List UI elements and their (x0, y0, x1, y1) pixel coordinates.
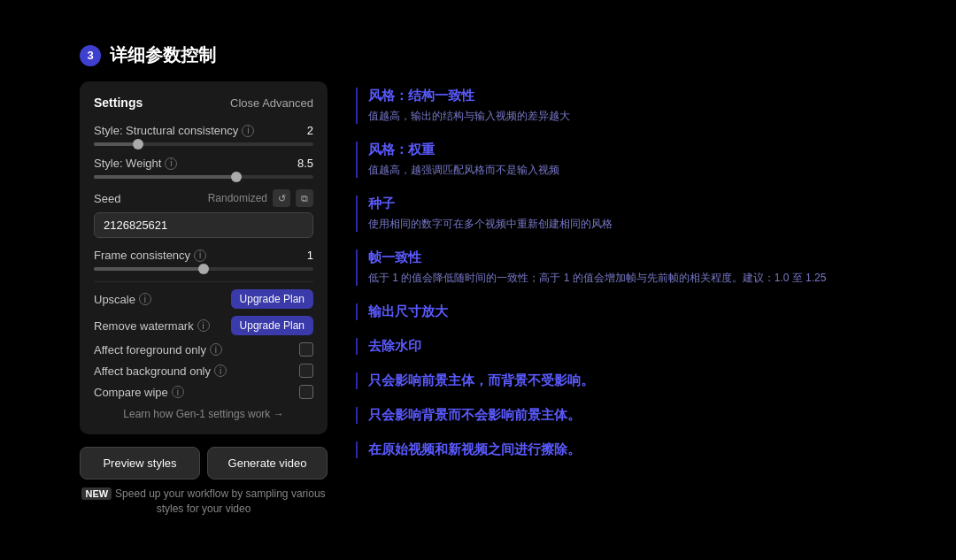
structural-consistency-header: Style: Structural consistency i 2 (94, 124, 313, 137)
upscale-upgrade-button[interactable]: Upgrade Plan (231, 289, 313, 309)
seed-refresh-button[interactable]: ↺ (273, 189, 290, 207)
help-desc-2: 使用相同的数字可在多个视频中重新创建相同的风格 (368, 216, 876, 232)
left-panel: 3 详细参数控制 Settings Close Advanced Style: … (80, 43, 328, 517)
help-title-5: 去除水印 (368, 338, 876, 355)
remove-watermark-info-icon[interactable]: i (197, 319, 210, 332)
section-title: 详细参数控制 (110, 43, 216, 67)
help-item-6: 只会影响前景主体，而背景不受影响。 (356, 372, 876, 389)
help-title-4: 输出尺寸放大 (368, 303, 876, 320)
affect-background-info-icon[interactable]: i (214, 364, 227, 377)
upscale-label: Upscale i (94, 293, 151, 306)
help-desc-1: 值越高，越强调匹配风格而不是输入视频 (368, 162, 876, 178)
new-badge-row: NEWSpeed up your workflow by sampling va… (80, 487, 328, 517)
structural-consistency-thumb[interactable] (133, 139, 143, 150)
new-badge: NEW (81, 487, 112, 500)
remove-watermark-row: Remove watermark i Upgrade Plan (94, 316, 313, 335)
structural-consistency-label: Style: Structural consistency i (94, 124, 254, 137)
seed-row: Seed Randomized ↺ ⧉ (94, 189, 313, 238)
frame-consistency-label: Frame consistency i (94, 249, 206, 262)
settings-label: Settings (94, 96, 143, 110)
affect-background-checkbox[interactable] (299, 364, 313, 378)
weight-header: Style: Weight i 8.5 (94, 157, 313, 170)
generate-video-button[interactable]: Generate video (207, 447, 328, 479)
seed-input[interactable] (94, 212, 313, 238)
weight-slider[interactable] (94, 175, 313, 179)
right-panel: 风格：结构一致性 值越高，输出的结构与输入视频的差异越大 风格：权重 值越高，越… (356, 43, 876, 476)
help-desc-0: 值越高，输出的结构与输入视频的差异越大 (368, 108, 876, 124)
learn-link[interactable]: Learn how Gen-1 settings work → (94, 408, 313, 420)
weight-row: Style: Weight i 8.5 (94, 157, 313, 179)
help-item-7: 只会影响背景而不会影响前景主体。 (356, 407, 876, 424)
compare-wipe-row: Compare wipe i (94, 385, 313, 399)
section-header: 3 详细参数控制 (80, 43, 328, 67)
affect-background-label: Affect background only i (94, 364, 227, 378)
settings-top: Settings Close Advanced (94, 96, 313, 110)
help-title-0: 风格：结构一致性 (368, 88, 876, 104)
frame-consistency-info-icon[interactable]: i (194, 249, 206, 262)
action-buttons-row: Preview styles Generate video (80, 447, 328, 479)
frame-consistency-header: Frame consistency i 1 (94, 249, 313, 262)
seed-label: Seed (94, 192, 120, 205)
compare-wipe-label: Compare wipe i (94, 386, 184, 399)
compare-wipe-checkbox[interactable] (299, 385, 313, 399)
help-item-5: 去除水印 (356, 338, 876, 355)
affect-foreground-label: Affect foreground only i (94, 343, 222, 357)
weight-info-icon[interactable]: i (165, 157, 177, 170)
settings-panel: Settings Close Advanced Style: Structura… (80, 81, 328, 434)
randomized-text: Randomized (208, 192, 267, 204)
close-advanced-button[interactable]: Close Advanced (230, 96, 313, 110)
affect-foreground-row: Affect foreground only i (94, 342, 313, 357)
affect-background-row: Affect background only i (94, 364, 313, 378)
frame-consistency-slider[interactable] (94, 267, 313, 271)
affect-foreground-checkbox[interactable] (299, 342, 313, 357)
remove-watermark-label: Remove watermark i (94, 319, 210, 333)
seed-copy-button[interactable]: ⧉ (296, 189, 313, 207)
frame-consistency-value: 1 (307, 249, 313, 262)
frame-consistency-thumb[interactable] (198, 264, 209, 274)
weight-value: 8.5 (297, 157, 313, 170)
help-title-2: 种子 (368, 196, 876, 212)
help-item-4: 输出尺寸放大 (356, 303, 876, 320)
structural-consistency-info-icon[interactable]: i (242, 125, 254, 137)
help-item-0: 风格：结构一致性 值越高，输出的结构与输入视频的差异越大 (356, 88, 876, 124)
seed-controls: Randomized ↺ ⧉ (208, 189, 313, 207)
structural-consistency-slider[interactable] (94, 142, 313, 146)
help-item-8: 在原始视频和新视频之间进行擦除。 (356, 441, 876, 458)
remove-watermark-upgrade-button[interactable]: Upgrade Plan (231, 316, 313, 335)
help-title-8: 在原始视频和新视频之间进行擦除。 (368, 441, 876, 458)
help-item-2: 种子 使用相同的数字可在多个视频中重新创建相同的风格 (356, 196, 876, 232)
frame-consistency-row: Frame consistency i 1 (94, 249, 313, 271)
help-title-7: 只会影响背景而不会影响前景主体。 (368, 407, 876, 424)
weight-label: Style: Weight i (94, 157, 177, 170)
help-title-1: 风格：权重 (368, 142, 876, 158)
preview-styles-button[interactable]: Preview styles (80, 447, 200, 479)
structural-consistency-row: Style: Structural consistency i 2 (94, 124, 313, 146)
compare-wipe-info-icon[interactable]: i (172, 386, 184, 398)
step-badge: 3 (80, 45, 101, 66)
seed-header: Seed Randomized ↺ ⧉ (94, 189, 313, 207)
help-title-6: 只会影响前景主体，而背景不受影响。 (368, 372, 876, 389)
structural-consistency-value: 2 (307, 124, 313, 137)
new-text: Speed up your workflow by sampling vario… (115, 487, 325, 515)
help-item-1: 风格：权重 值越高，越强调匹配风格而不是输入视频 (356, 142, 876, 178)
upscale-info-icon[interactable]: i (139, 293, 151, 305)
affect-foreground-info-icon[interactable]: i (210, 343, 222, 356)
help-item-3: 帧一致性 低于 1 的值会降低随时间的一致性；高于 1 的值会增加帧与先前帧的相… (356, 249, 876, 286)
divider-1 (94, 281, 313, 282)
weight-thumb[interactable] (231, 172, 242, 182)
upscale-row: Upscale i Upgrade Plan (94, 289, 313, 309)
help-desc-3: 低于 1 的值会降低随时间的一致性；高于 1 的值会增加帧与先前帧的相关程度。建… (368, 270, 876, 286)
help-title-3: 帧一致性 (368, 249, 876, 266)
